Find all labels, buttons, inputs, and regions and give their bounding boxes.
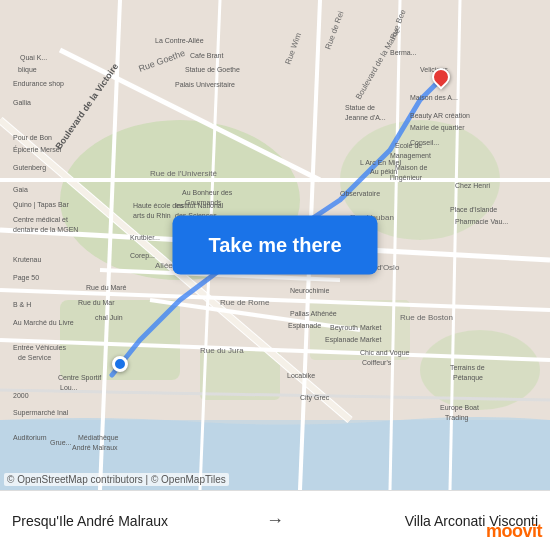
- svg-text:Pharmacie Vau...: Pharmacie Vau...: [455, 218, 508, 225]
- svg-text:Mairie de quartier: Mairie de quartier: [410, 124, 465, 132]
- map-container: Rue Goethe Boulevard de la Victoire Rue …: [0, 0, 550, 490]
- svg-text:arts du Rhin: arts du Rhin: [133, 212, 171, 219]
- svg-text:Krutenau: Krutenau: [13, 256, 42, 263]
- svg-text:2000: 2000: [13, 392, 29, 399]
- svg-text:Centre Sportif: Centre Sportif: [58, 374, 101, 382]
- svg-text:Au pékin: Au pékin: [370, 168, 397, 176]
- take-me-there-button[interactable]: Take me there: [172, 216, 377, 275]
- svg-text:blique: blique: [18, 66, 37, 74]
- svg-text:Locabike: Locabike: [287, 372, 315, 379]
- svg-text:Coiffeur's: Coiffeur's: [362, 359, 392, 366]
- map-copyright: © OpenStreetMap contributors | © OpenMap…: [4, 473, 229, 486]
- svg-text:Centre médical et: Centre médical et: [13, 216, 68, 223]
- svg-text:Krutbier...: Krutbier...: [130, 234, 160, 241]
- svg-text:Jeanne d'A...: Jeanne d'A...: [345, 114, 386, 121]
- svg-text:Gaia: Gaia: [13, 186, 28, 193]
- svg-text:Supermarché Inal: Supermarché Inal: [13, 409, 69, 417]
- svg-text:Gallia: Gallia: [13, 99, 31, 106]
- svg-text:Beauty AR création: Beauty AR création: [410, 112, 470, 120]
- svg-text:Corep...: Corep...: [130, 252, 155, 260]
- svg-text:Au Bonheur des: Au Bonheur des: [182, 189, 233, 196]
- svg-text:Place d'Islande: Place d'Islande: [450, 206, 497, 213]
- svg-text:Statue de Goethe: Statue de Goethe: [185, 66, 240, 73]
- svg-text:Gourmands: Gourmands: [185, 199, 222, 206]
- svg-text:Quai K...: Quai K...: [20, 54, 47, 62]
- origin-marker: [112, 356, 128, 372]
- svg-text:Grue...: Grue...: [50, 439, 71, 446]
- svg-text:Esplanade: Esplanade: [288, 322, 321, 330]
- svg-text:Observatoire: Observatoire: [340, 190, 380, 197]
- svg-text:Page 50: Page 50: [13, 274, 39, 282]
- svg-text:Neurochimie: Neurochimie: [290, 287, 329, 294]
- svg-text:Cafe Brant: Cafe Brant: [190, 52, 224, 59]
- svg-text:La Contre-Allée: La Contre-Allée: [155, 37, 204, 44]
- svg-text:Beyrouth Market: Beyrouth Market: [330, 324, 381, 332]
- svg-text:B & H: B & H: [13, 301, 31, 308]
- svg-text:Pallas Athénée: Pallas Athénée: [290, 310, 337, 317]
- svg-text:Trading: Trading: [445, 414, 469, 422]
- svg-text:Berma...: Berma...: [390, 49, 417, 56]
- svg-text:Auditorium: Auditorium: [13, 434, 47, 441]
- svg-text:de Service: de Service: [18, 354, 51, 361]
- svg-text:Au Marché du Livre: Au Marché du Livre: [13, 319, 74, 326]
- svg-text:Terrains de: Terrains de: [450, 364, 485, 371]
- svg-text:Maison des A...: Maison des A...: [410, 94, 458, 101]
- svg-text:Chez Henri: Chez Henri: [455, 182, 490, 189]
- svg-text:L Arc En Miel: L Arc En Miel: [360, 159, 401, 166]
- svg-text:Endurance shop: Endurance shop: [13, 80, 64, 88]
- moovit-logo: moovit: [486, 521, 542, 542]
- bottom-bar: Presqu'Ile André Malraux → Villa Arconat…: [0, 490, 550, 550]
- svg-text:Rue du Mar: Rue du Mar: [78, 299, 115, 306]
- svg-text:Rue de Rome: Rue de Rome: [220, 298, 270, 307]
- svg-text:Rue de Boston: Rue de Boston: [400, 313, 453, 322]
- svg-text:Pétanque: Pétanque: [453, 374, 483, 382]
- moovit-text: moovit: [486, 521, 542, 542]
- svg-text:Quino | Tapas Bar: Quino | Tapas Bar: [13, 201, 69, 209]
- svg-text:chal Juin: chal Juin: [95, 314, 123, 321]
- svg-text:Esplanade Market: Esplanade Market: [325, 336, 381, 344]
- svg-text:Rue du Jura: Rue du Jura: [200, 346, 244, 355]
- arrow-icon: →: [266, 510, 284, 531]
- origin-label: Presqu'Ile André Malraux: [12, 513, 258, 529]
- svg-text:Médiathèque: Médiathèque: [78, 434, 119, 442]
- svg-text:Gutenberg: Gutenberg: [13, 164, 46, 172]
- svg-text:Rue de l'Université: Rue de l'Université: [150, 169, 217, 178]
- svg-text:Épicerie Mersel: Épicerie Mersel: [13, 145, 62, 154]
- svg-text:Rue du Maré: Rue du Maré: [86, 284, 127, 291]
- svg-text:Statue de: Statue de: [345, 104, 375, 111]
- svg-text:Europe Boat: Europe Boat: [440, 404, 479, 412]
- svg-text:Conseil...: Conseil...: [410, 139, 439, 146]
- svg-text:Lou...: Lou...: [60, 384, 78, 391]
- app: Rue Goethe Boulevard de la Victoire Rue …: [0, 0, 550, 550]
- svg-text:Palais Universitaire: Palais Universitaire: [175, 81, 235, 88]
- svg-text:l'Ingénieur: l'Ingénieur: [390, 174, 423, 182]
- svg-text:dentaire de la MGEN: dentaire de la MGEN: [13, 226, 78, 233]
- svg-text:Entrée Véhicules: Entrée Véhicules: [13, 344, 66, 351]
- svg-text:Chic and Vogue: Chic and Vogue: [360, 349, 410, 357]
- svg-text:André Malraux: André Malraux: [72, 444, 118, 451]
- svg-text:City Grec: City Grec: [300, 394, 330, 402]
- svg-text:Pour de Bon: Pour de Bon: [13, 134, 52, 141]
